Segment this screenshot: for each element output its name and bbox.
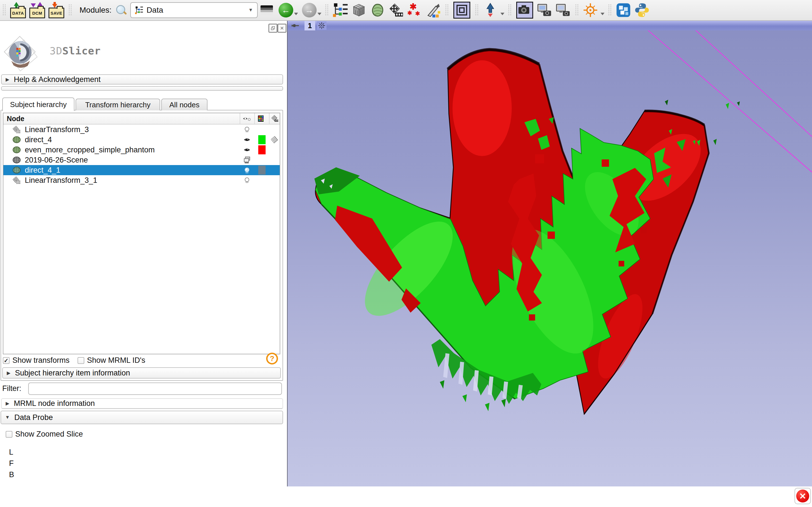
show-zoomed-slice-checkbox[interactable] <box>6 431 12 438</box>
view-gear-icon <box>318 22 325 29</box>
view-settings-button[interactable] <box>317 21 326 30</box>
crosshair-button[interactable] <box>583 3 598 17</box>
slicer-logo-icon <box>3 35 48 74</box>
toolbar-grip[interactable] <box>325 4 329 16</box>
combo-dropdown-arrow-icon: ▼ <box>248 7 253 13</box>
annotations-module-button[interactable] <box>426 3 441 17</box>
visibility-toggle[interactable] <box>240 175 254 185</box>
dicom-label: DCM <box>32 11 42 15</box>
scene-view-capture-button[interactable] <box>538 3 552 17</box>
volumes-module-button[interactable] <box>352 3 366 17</box>
dicom-button[interactable]: DCM <box>29 2 45 18</box>
model-node-icon <box>12 146 21 154</box>
transform-column-header-icon[interactable] <box>271 115 278 122</box>
pin-icon[interactable] <box>291 23 299 28</box>
visibility-toggle[interactable] <box>240 145 254 155</box>
visibility-toggle[interactable] <box>240 124 254 135</box>
transforms-module-button[interactable] <box>389 3 403 17</box>
module-panel: ✕ 3DSlicer ▶ Help & Acknowledgement Su <box>0 21 284 507</box>
toolbar-grip[interactable] <box>508 4 512 16</box>
color-swatch-cell[interactable] <box>255 145 269 155</box>
slicer-logo: 3DSlicer <box>3 35 101 74</box>
toolbar-grip[interactable] <box>575 4 579 16</box>
show-transforms-label: Show transforms <box>12 356 70 365</box>
tab-label: Subject hierarchy <box>10 100 67 109</box>
item-information-section[interactable]: ▶ Subject hierarchy item information <box>2 367 281 379</box>
logo-3d: 3D <box>50 45 62 57</box>
save-button[interactable]: SAVE <box>48 2 64 18</box>
module-back-button[interactable]: ← <box>278 3 293 17</box>
markups-module-button[interactable]: ✱ ✱ ✱ <box>407 3 422 17</box>
load-data-label: DATA <box>12 11 24 15</box>
color-swatch <box>258 166 266 175</box>
crosshair-caret-icon[interactable] <box>601 13 605 15</box>
toolbar-grip[interactable] <box>2 4 6 16</box>
module-history-button[interactable] <box>260 5 273 15</box>
toolbar-grip[interactable] <box>475 4 479 16</box>
undock-panel-icon[interactable] <box>268 24 277 33</box>
module-selected-value: Data <box>147 6 245 15</box>
scene-restore-toggle[interactable] <box>240 155 254 165</box>
tree-row-lineartransform-3[interactable]: LinearTransform_3 <box>3 124 280 135</box>
save-folder-icon: SAVE <box>49 8 64 18</box>
subject-hierarchy-module-button[interactable] <box>333 3 348 17</box>
threed-viewport[interactable]: 1 <box>287 21 812 487</box>
color-column-header-icon[interactable] <box>258 115 264 122</box>
data-probe-section[interactable]: ▼ Data Probe <box>1 411 283 424</box>
forward-history-caret-icon[interactable] <box>317 13 321 15</box>
model-node-icon <box>12 135 21 144</box>
threed-render[interactable] <box>288 21 812 487</box>
filter-input[interactable] <box>28 383 282 395</box>
toolbar-grip[interactable] <box>68 4 72 16</box>
layout-selector-button[interactable] <box>453 2 470 18</box>
show-transforms-checkbox[interactable]: ✓ <box>3 357 10 364</box>
module-search-icon[interactable] <box>116 4 127 16</box>
eye-open-icon <box>243 147 251 152</box>
eye-closed-icon <box>244 126 250 133</box>
save-arrow-stem <box>54 2 56 4</box>
help-collapsed-strip <box>1 86 283 91</box>
collapse-arrow-icon: ▶ <box>6 400 9 406</box>
transform-cell[interactable] <box>269 135 280 145</box>
models-module-button[interactable] <box>370 3 385 17</box>
module-selector-combobox[interactable]: Data ▼ <box>130 2 258 18</box>
visibility-toggle[interactable] <box>240 135 254 145</box>
close-panel-icon[interactable]: ✕ <box>277 24 287 33</box>
tab-transform-hierarchy[interactable]: Transform hierarchy <box>75 99 160 110</box>
toolbar-grip[interactable] <box>445 4 449 16</box>
transform-node-icon <box>12 125 21 134</box>
back-history-caret-icon[interactable] <box>294 13 298 15</box>
dicom-folder-icon: DCM <box>29 8 45 18</box>
tab-subject-hierarchy[interactable]: Subject hierarchy <box>2 98 74 111</box>
filter-label: Filter: <box>2 384 21 393</box>
tree-row-scene[interactable]: 2019-06-26-Scene <box>3 155 280 165</box>
visibility-toggle[interactable] <box>240 165 254 175</box>
screenshot-button[interactable] <box>516 2 533 18</box>
tab-label: Transform hierarchy <box>85 101 151 109</box>
mrml-node-information-section[interactable]: ▶ MRML node information <box>1 398 283 409</box>
mrml-node-information-label: MRML node information <box>14 399 95 408</box>
viewers-caret-icon[interactable] <box>500 13 504 15</box>
viewers-rotate-button[interactable] <box>483 3 498 17</box>
load-data-button[interactable]: DATA <box>10 2 26 18</box>
color-swatch-cell[interactable] <box>255 135 269 145</box>
layout-inner-square-icon <box>459 7 465 13</box>
module-forward-button[interactable]: → <box>302 3 317 17</box>
tree-row-direct-4-1[interactable]: direct_4_1 <box>3 165 280 175</box>
color-swatch-cell[interactable] <box>255 165 269 175</box>
tree-row-direct-4[interactable]: direct_4 <box>3 135 280 145</box>
tab-all-nodes[interactable]: All nodes <box>161 99 207 110</box>
show-mrml-ids-checkbox[interactable] <box>78 357 84 364</box>
tree-row-even-more-cropped[interactable]: even_more_cropped_simple_phantom <box>3 145 280 155</box>
view-controller-bar[interactable]: 1 <box>288 21 812 31</box>
tree-row-lineartransform-3-1[interactable]: LinearTransform_3_1 <box>3 175 280 185</box>
help-acknowledgement-section[interactable]: ▶ Help & Acknowledgement <box>1 74 283 84</box>
extensions-manager-button[interactable] <box>616 3 631 17</box>
tree-options-row: ✓ Show transforms Show MRML ID's <box>3 356 145 365</box>
visibility-column-header-icon[interactable] <box>243 116 251 121</box>
help-button[interactable]: ? <box>266 353 278 364</box>
error-dismiss-button[interactable]: ✕ <box>795 488 811 504</box>
toolbar-grip[interactable] <box>608 4 612 16</box>
python-console-button[interactable] <box>635 3 649 17</box>
scene-view-restore-button[interactable] <box>556 3 571 17</box>
